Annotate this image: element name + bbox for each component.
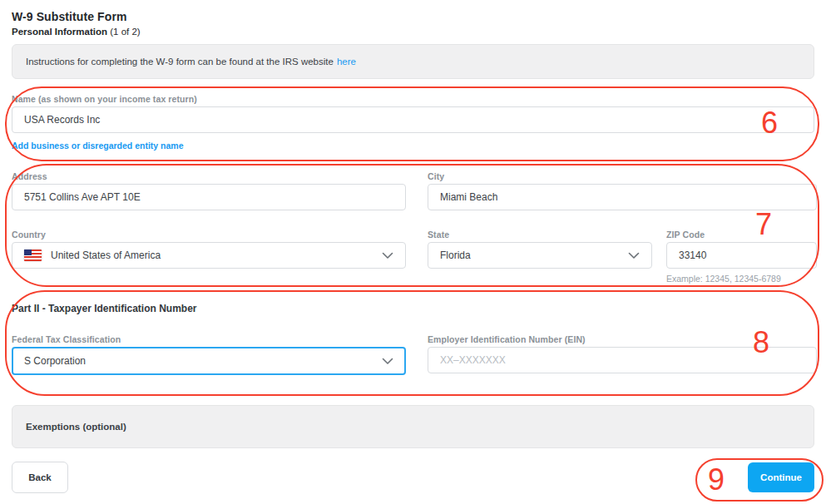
country-label: Country [12, 230, 406, 240]
part2-heading: Part II - Taxpayer Identification Number [12, 303, 814, 314]
tax-classification-field: Federal Tax Classification S Corporation [12, 334, 406, 375]
w9-form-page: W-9 Substitute Form Personal Information… [0, 0, 826, 493]
state-value: Florida [440, 250, 628, 261]
add-business-name-link[interactable]: Add business or disregarded entity name [12, 141, 184, 151]
chevron-down-icon [382, 358, 393, 365]
tax-classification-select[interactable]: S Corporation [12, 347, 406, 375]
exemptions-label: Exemptions (optional) [26, 422, 126, 432]
zip-field: ZIP Code Example: 12345, 12345-6789 [666, 230, 817, 284]
part2-fields-row: Federal Tax Classification S Corporation… [12, 334, 814, 375]
name-label: Name (as shown on your income tax return… [12, 94, 814, 104]
ein-input[interactable] [428, 347, 817, 373]
state-zip-group: State Florida ZIP Code Example: 12345, 1… [428, 230, 817, 284]
country-field: Country United States of America [12, 230, 406, 284]
back-button[interactable]: Back [12, 462, 68, 493]
name-section: Name (as shown on your income tax return… [12, 94, 814, 152]
zip-hint: Example: 12345, 12345-6789 [666, 274, 817, 284]
address-input[interactable] [12, 184, 406, 210]
city-field: City [428, 171, 817, 210]
ein-label: Employer Identification Number (EIN) [428, 334, 817, 344]
us-flag-icon [24, 250, 42, 261]
address-city-row: Address City [12, 171, 814, 210]
state-select[interactable]: Florida [428, 242, 652, 269]
ein-field: Employer Identification Number (EIN) [428, 334, 817, 375]
zip-input[interactable] [666, 242, 817, 269]
chevron-down-icon [628, 252, 640, 259]
step-name: Personal Information [12, 27, 107, 37]
zip-label: ZIP Code [666, 230, 817, 240]
tax-classification-label: Federal Tax Classification [12, 334, 406, 344]
chevron-down-icon [382, 252, 393, 259]
state-field: State Florida [428, 230, 652, 284]
state-label: State [428, 230, 652, 240]
continue-button[interactable]: Continue [748, 462, 814, 492]
tax-classification-value: S Corporation [24, 355, 382, 367]
step-count: (1 of 2) [107, 27, 141, 37]
address-label: Address [12, 171, 406, 181]
country-select[interactable]: United States of America [12, 242, 406, 269]
footer-actions: Back Continue [12, 462, 814, 493]
exemptions-section[interactable]: Exemptions (optional) [12, 405, 814, 448]
instructions-text: Instructions for completing the W-9 form… [26, 57, 334, 67]
step-indicator: Personal Information (1 of 2) [12, 27, 814, 37]
instructions-banner: Instructions for completing the W-9 form… [12, 44, 814, 79]
address-field: Address [12, 171, 406, 210]
irs-website-link[interactable]: here [337, 57, 356, 67]
city-input[interactable] [428, 184, 817, 210]
page-title: W-9 Substitute Form [12, 10, 814, 23]
name-input[interactable] [12, 106, 814, 133]
city-label: City [428, 171, 817, 181]
country-value: United States of America [51, 250, 382, 261]
country-state-zip-row: Country United States of America State F… [12, 230, 814, 284]
